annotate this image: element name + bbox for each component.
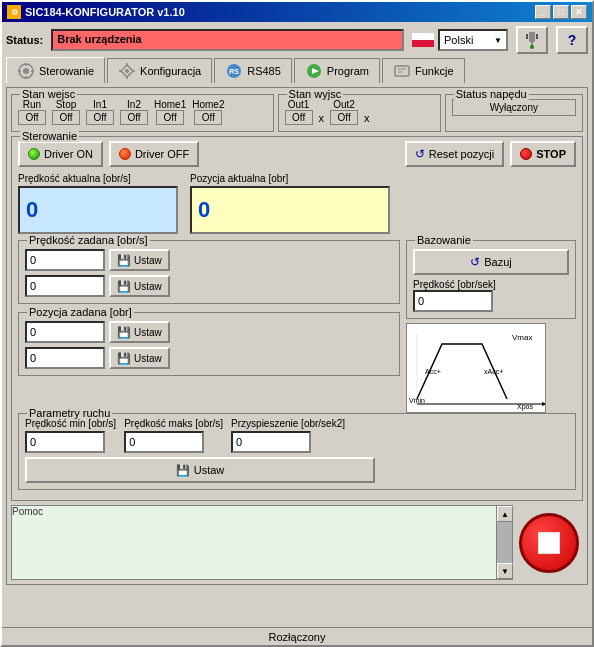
bazuj-button[interactable]: ↺ Bazuj [413,249,569,275]
svg-rect-20 [395,66,409,76]
tab-sterowanie[interactable]: Sterowanie [6,57,105,83]
left-col: Prędkość zadana [obr/s] 💾 Ustaw [18,240,400,413]
predkosc-aktualna-display: 0 [18,186,178,234]
predkosc-aktualna-value: 0 [26,197,38,223]
status-value: Brak urządzenia [51,29,404,51]
predkosc-zadana-group: Prędkość zadana [obr/s] 💾 Ustaw [18,240,400,304]
bazuj-label: Bazuj [484,256,512,268]
dropdown-arrow-icon: ▼ [494,36,502,45]
konfiguracja-icon [118,62,136,80]
stop-square-icon [538,532,560,554]
disk-icon-2: 💾 [117,280,131,293]
stan-in1: In1 Off [86,99,114,125]
pozycja-aktualna-label: Pozycja aktualna [obr] [190,173,390,184]
stan-run: Run Off [18,99,46,125]
driver-off-button[interactable]: Driver OFF [109,141,199,167]
pozycja-ustaw-1-button[interactable]: 💾 Ustaw [109,321,170,343]
question-icon: ? [568,32,577,48]
big-stop-button[interactable] [519,513,579,573]
predkosc-input-row-2: 💾 Ustaw [25,275,393,297]
minimize-button[interactable]: _ [535,5,551,19]
close-button[interactable]: ✕ [571,5,587,19]
tab-program-label: Program [327,65,369,77]
pozycja-inputs: 💾 Ustaw 💾 Ustaw [25,321,393,369]
reset-pozycji-button[interactable]: ↺ Reset pozycji [405,141,504,167]
tab-program[interactable]: Program [294,58,380,83]
stan-wejsc-title: Stan wejsc [20,88,77,100]
stan-wejsc-group: Stan wejsc Run Off Stop Off In1 Off [11,94,274,132]
pozycja-zadana-label: Pozycja zadana [obr] [27,306,134,318]
in2-label: In2 [127,99,141,110]
predkosc-min-input[interactable] [25,431,105,453]
plug-icon [522,30,542,50]
velocity-chart: Vmax Vmin Acc+ xAcc+ Xpos [406,323,546,413]
stan-out2: Out2 Off [330,99,358,125]
stop-value: Off [52,110,80,125]
driver-on-button[interactable]: Driver ON [18,141,103,167]
predkosc-min-label: Prędkość min [obr/s] [25,418,116,429]
pozycja-input-1[interactable] [25,321,105,343]
app-icon: ⚙ [7,5,21,19]
connection-status: Rozłączony [269,631,326,643]
home1-label: Home1 [154,99,186,110]
run-label: Run [23,99,41,110]
tab-konfiguracja[interactable]: Konfiguracja [107,58,212,83]
out1-x[interactable]: x [319,112,325,124]
svg-text:xAcc+: xAcc+ [484,368,503,375]
sterowanie-group-title: Sterowanie [20,130,79,142]
pozycja-ustaw-2-button[interactable]: 💾 Ustaw [109,347,170,369]
top-groups: Stan wejsc Run Off Stop Off In1 Off [11,94,583,136]
tab-funkcje-label: Funkcje [415,65,454,77]
disk-icon-5: 💾 [176,464,190,477]
status-napedu-title: Status napędu [454,88,529,100]
window-title: SIC184-KONFIGURATOR v1.10 [25,6,185,18]
tab-funkcje[interactable]: Funkcje [382,58,465,83]
home2-label: Home2 [192,99,224,110]
predkosc-input-1[interactable] [25,249,105,271]
predkosc-ustaw-1-button[interactable]: 💾 Ustaw [109,249,170,271]
ustaw-label-2: Ustaw [134,281,162,292]
out2-x[interactable]: x [364,112,370,124]
svg-rect-2 [526,34,528,39]
language-dropdown[interactable]: Polski ▼ [438,29,508,51]
stan-wyjsc-group: Stan wyjsc Out1 Off x Out2 Off x [278,94,441,132]
predkosc-maks-input[interactable] [124,431,204,453]
displays-row: Prędkość aktualna [obr/s] 0 Pozycja aktu… [18,173,576,234]
home1-value: Off [156,110,184,125]
bazowanie-predkosc-label: Prędkość [obr/sek] [413,279,569,290]
predkosc-min-item: Prędkość min [obr/s] [25,418,116,453]
connect-button[interactable] [516,26,548,54]
language-selector: Polski ▼ [412,29,508,51]
help-button[interactable]: ? [556,26,588,54]
sterowanie-icon [17,62,35,80]
scroll-down-button[interactable]: ▼ [497,563,513,579]
param-ustaw-row: 💾 Ustaw [25,457,569,483]
stan-out1: Out1 Off [285,99,313,125]
reset-pozycji-label: Reset pozycji [429,148,494,160]
ustaw-wide-label: Ustaw [194,464,225,476]
right-col: Bazowanie ↺ Bazuj Prędkość [obr/sek] [406,240,576,413]
main-panel: Stan wejsc Run Off Stop Off In1 Off [6,87,588,585]
tab-rs485[interactable]: RS RS485 [214,58,292,83]
stop-button[interactable]: STOP [510,141,576,167]
parametry-ustaw-button[interactable]: 💾 Ustaw [25,457,375,483]
maximize-button[interactable]: □ [553,5,569,19]
pozycja-input-2[interactable] [25,347,105,369]
predkosc-input-row-1: 💾 Ustaw [25,249,393,271]
red-circle-icon [119,148,131,160]
status-bottom-bar: Rozłączony [2,627,592,645]
pozycja-aktualna-value: 0 [198,197,210,223]
status-napedu-group: Status napędu Wyłączony [445,94,583,132]
predkosc-ustaw-2-button[interactable]: 💾 Ustaw [109,275,170,297]
pozycja-input-row-1: 💾 Ustaw [25,321,393,343]
predkosc-input-2[interactable] [25,275,105,297]
bazowanie-predkosc-input[interactable] [413,290,493,312]
przyspieszenie-input[interactable] [231,431,311,453]
disk-icon-3: 💾 [117,326,131,339]
ustaw-label-4: Ustaw [134,353,162,364]
flag-top [412,33,434,40]
flag-bottom [412,40,434,47]
scroll-up-button[interactable]: ▲ [497,506,513,522]
svg-text:Vmax: Vmax [512,333,532,342]
svg-point-4 [530,45,534,49]
